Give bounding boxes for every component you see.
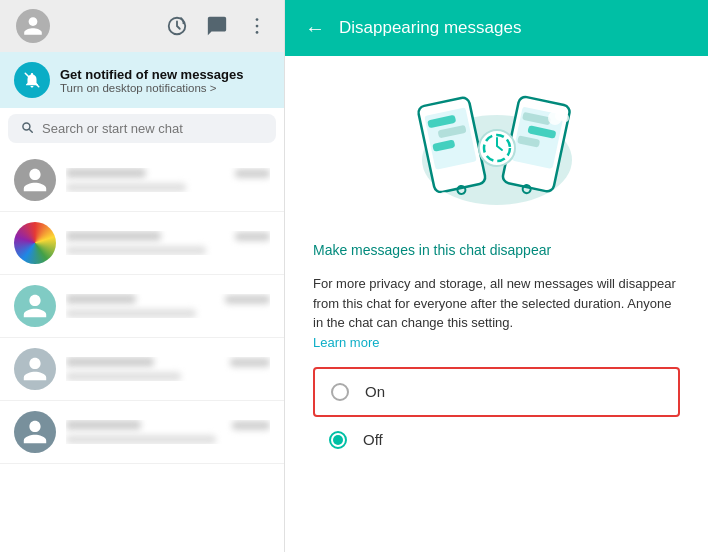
chat-name [66, 357, 154, 367]
chat-name [66, 231, 161, 241]
illustration [313, 80, 680, 220]
chat-message [66, 183, 186, 192]
chat-info [66, 168, 270, 192]
radio-on[interactable] [331, 383, 349, 401]
chat-name [66, 420, 141, 430]
chat-list [0, 149, 284, 552]
list-item[interactable] [0, 338, 284, 401]
chat-time [235, 169, 270, 178]
chat-message [66, 246, 206, 255]
back-button[interactable]: ← [305, 17, 325, 40]
left-panel: Get notified of new messages Turn on des… [0, 0, 285, 552]
notification-text: Get notified of new messages Turn on des… [60, 67, 244, 94]
svg-point-3 [256, 31, 259, 34]
page-title: Disappearing messages [339, 18, 521, 38]
chat-name [66, 168, 146, 178]
svg-point-25 [446, 195, 452, 201]
radio-inner [333, 435, 343, 445]
avatar [14, 222, 56, 264]
notification-subtitle: Turn on desktop notifications > [60, 82, 244, 94]
chat-info [66, 420, 270, 444]
option-on[interactable]: On [313, 367, 680, 417]
chat-message [66, 435, 216, 444]
chat-info [66, 231, 270, 255]
list-item[interactable] [0, 149, 284, 212]
search-input[interactable] [42, 121, 264, 136]
chat-time [225, 295, 270, 304]
search-icon [20, 120, 34, 137]
chat-message [66, 309, 196, 318]
chat-info [66, 294, 270, 318]
right-header: ← Disappearing messages [285, 0, 708, 56]
list-item[interactable] [0, 212, 284, 275]
menu-icon[interactable] [246, 15, 268, 37]
avatar [14, 159, 56, 201]
right-panel: ← Disappearing messages [285, 0, 708, 552]
section-description: For more privacy and storage, all new me… [313, 274, 680, 333]
chat-time [230, 358, 270, 367]
chat-info [66, 357, 270, 381]
avatar [14, 285, 56, 327]
option-off[interactable]: Off [313, 417, 680, 463]
option-off-label: Off [363, 431, 383, 448]
chat-message [66, 372, 181, 381]
options-section: On Off [313, 367, 680, 463]
svg-point-1 [256, 18, 259, 21]
avatar [14, 348, 56, 390]
search-bar [8, 114, 276, 143]
svg-point-2 [256, 25, 259, 28]
chat-time [232, 421, 270, 430]
list-item[interactable] [0, 275, 284, 338]
header-icons [166, 15, 268, 37]
learn-more-link[interactable]: Learn more [313, 335, 379, 350]
option-on-label: On [365, 383, 385, 400]
right-content: Make messages in this chat disappear For… [285, 56, 708, 552]
notification-icon [14, 62, 50, 98]
section-title: Make messages in this chat disappear [313, 242, 680, 258]
chat-name [66, 294, 136, 304]
chat-time [235, 232, 270, 241]
status-icon[interactable] [166, 15, 188, 37]
user-avatar[interactable] [16, 9, 50, 43]
left-header [0, 0, 284, 52]
notification-banner[interactable]: Get notified of new messages Turn on des… [0, 52, 284, 108]
new-chat-icon[interactable] [206, 15, 228, 37]
avatar [14, 411, 56, 453]
list-item[interactable] [0, 401, 284, 464]
radio-off[interactable] [329, 431, 347, 449]
notification-title: Get notified of new messages [60, 67, 244, 82]
svg-point-22 [561, 114, 569, 122]
